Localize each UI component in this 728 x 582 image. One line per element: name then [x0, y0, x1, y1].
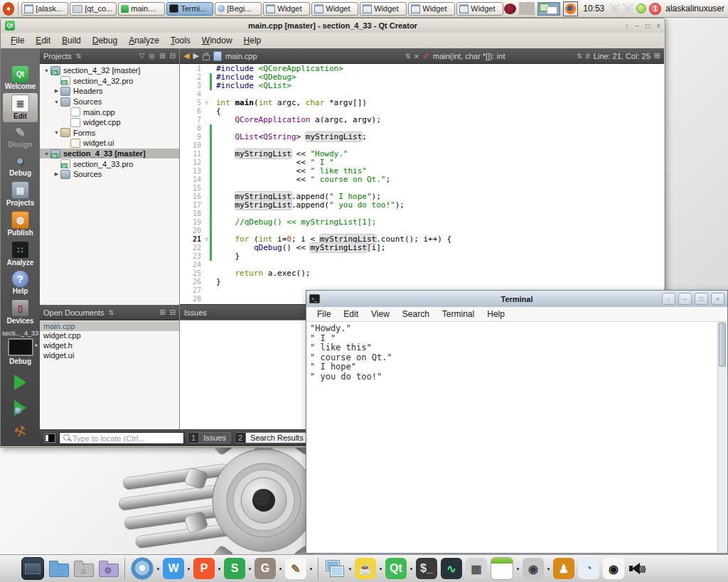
close-document-icon[interactable]: × — [414, 52, 419, 60]
pane-chooser-arrows-icon[interactable]: ⇅ — [109, 309, 114, 316]
output-pane-issues[interactable]: 1Issues — [188, 432, 231, 443]
open-document-item[interactable]: widget.cpp — [40, 331, 179, 341]
file-manager-icon[interactable] — [48, 558, 69, 579]
taskbar-button[interactable]: [alask... — [21, 2, 68, 16]
taskbar-button[interactable]: Termi... — [166, 2, 213, 16]
back-icon[interactable]: ◀ — [183, 51, 189, 60]
taskbar-button[interactable]: [qt_co... — [70, 2, 117, 16]
show-desktop-icon[interactable] — [21, 557, 44, 580]
taskbar-button[interactable]: Widget — [311, 2, 358, 16]
document-dropdown[interactable]: main.cpp ⇅ × — [225, 52, 419, 60]
collapsed-icon[interactable]: ▶ — [53, 88, 60, 94]
wps-writer-icon[interactable]: W — [163, 558, 184, 579]
tree-item[interactable]: ▼section_4_33 [master] — [40, 149, 179, 159]
close-panel-icon[interactable]: ⊟ — [170, 308, 176, 316]
mode-help[interactable]: Help — [3, 269, 38, 297]
taskbar-button[interactable]: Widget — [408, 2, 455, 16]
filter-icon[interactable]: ▽ — [139, 52, 145, 60]
robot-icon[interactable]: ◔ — [578, 558, 599, 579]
split-panel-icon[interactable]: ⊞ — [159, 52, 165, 60]
taskbar-button[interactable]: [Begi... — [215, 2, 262, 16]
maximize-icon[interactable]: □ — [646, 22, 650, 30]
chromium-icon[interactable] — [131, 557, 154, 580]
tree-item[interactable]: widget.ui — [40, 138, 179, 149]
symbol-dropdown[interactable]: ✐ main(int, char *[]): int ⇅ — [422, 51, 582, 61]
terminal-output[interactable]: "Howdy."" I "" like this"" course on Qt.… — [307, 322, 718, 552]
mode-devices[interactable]: Devices — [3, 298, 38, 327]
mode-projects[interactable]: Projects — [3, 180, 38, 209]
chess-icon[interactable]: ♟ — [553, 558, 574, 579]
expanded-icon[interactable]: ▼ — [53, 130, 60, 135]
mode-edit[interactable]: Edit — [3, 93, 38, 122]
tree-item[interactable]: section_4_32.pro — [40, 76, 179, 87]
mode-welcome[interactable]: Welcome — [3, 65, 38, 92]
tree-item[interactable]: ▼Sources — [40, 97, 179, 107]
tree-item[interactable]: ▶Headers — [40, 86, 179, 97]
system-folder-icon[interactable]: ⚙ — [97, 558, 119, 579]
scrollbar-thumb[interactable] — [719, 323, 726, 367]
close-icon[interactable]: × — [711, 293, 724, 305]
menu-tools[interactable]: Tools — [165, 34, 196, 47]
output-pane-search-results[interactable]: 2Search Results — [235, 432, 309, 443]
notification-badge[interactable]: 1 — [649, 3, 661, 15]
taskbar-button[interactable]: Widget — [360, 2, 407, 16]
gimp-icon[interactable]: G — [255, 558, 276, 579]
terminal-menu-terminal[interactable]: Terminal — [436, 309, 481, 319]
terminal-menu-search[interactable]: Search — [396, 309, 436, 319]
menu-edit[interactable]: Edit — [30, 34, 56, 47]
menu-debug[interactable]: Debug — [87, 34, 123, 47]
minimize-icon[interactable]: − — [635, 22, 639, 30]
camera-icon[interactable]: ◉ — [523, 558, 544, 579]
menu-window[interactable]: Window — [196, 34, 238, 47]
minimize-icon[interactable]: − — [678, 293, 692, 305]
home-folder-icon[interactable]: ⌂ — [73, 558, 94, 579]
tray-app-icon[interactable] — [504, 4, 516, 14]
distro-logo-icon[interactable] — [3, 2, 14, 16]
expanded-icon[interactable]: ▼ — [43, 151, 50, 156]
debug-run-button[interactable] — [14, 400, 26, 416]
wps-spreadsheet-icon[interactable]: S — [224, 558, 245, 579]
split-panel-icon[interactable]: ⊞ — [159, 308, 165, 316]
username-label[interactable]: alaskalinuxuser — [665, 4, 724, 14]
open-document-item[interactable]: widget.ui — [40, 350, 179, 360]
tree-item[interactable]: section_4_33.pro — [40, 158, 179, 169]
tree-item[interactable]: ▶Sources — [40, 169, 179, 180]
shade-icon[interactable]: ↑ — [662, 293, 675, 305]
sync-with-editor-icon[interactable]: ◎ — [149, 52, 155, 60]
sidebar-toggle-icon[interactable] — [44, 433, 55, 443]
close-panel-icon[interactable]: ⊟ — [170, 52, 176, 60]
fold-marker-icon[interactable]: ▽ — [203, 235, 210, 244]
terminal-menu-edit[interactable]: Edit — [337, 309, 365, 319]
firefox-tray-icon[interactable] — [563, 1, 578, 16]
menu-build[interactable]: Build — [56, 34, 87, 47]
projects-pane-selector[interactable]: Projects — [43, 52, 72, 60]
clock[interactable]: 10:53 — [583, 4, 604, 14]
webcam-icon[interactable]: ◉ — [603, 558, 624, 579]
run-button[interactable] — [14, 374, 26, 390]
taskbar-button[interactable]: main.... — [118, 2, 165, 16]
qtcreator-titlebar[interactable]: Qt main.cpp [master] - section_4_33 - Qt… — [1, 18, 665, 33]
pane-chooser-arrows-icon[interactable]: ⇅ — [76, 53, 82, 60]
terminal-emulator-icon[interactable]: $_ — [416, 558, 437, 579]
window-switcher-icon[interactable] — [324, 558, 346, 579]
open-document-item[interactable]: main.cpp — [40, 321, 179, 331]
close-icon[interactable]: × — [656, 22, 660, 30]
terminal-menu-file[interactable]: File — [311, 309, 337, 319]
forward-icon[interactable]: ▶ — [193, 51, 198, 60]
taskbar-button[interactable]: Widget — [456, 2, 503, 16]
mode-debug[interactable]: Debug — [3, 151, 38, 179]
wps-presentation-icon[interactable]: P — [193, 558, 215, 579]
expanded-icon[interactable]: ▼ — [43, 68, 50, 73]
shade-icon[interactable]: ↑ — [625, 22, 628, 30]
fold-marker-icon[interactable]: ▽ — [203, 99, 210, 107]
tree-item[interactable]: main.cpp — [40, 107, 179, 117]
code-area[interactable]: 1#include <QCoreApplication>2#include <Q… — [180, 64, 664, 304]
calculator-icon[interactable]: ▦ — [466, 558, 487, 579]
workspace-pager[interactable] — [537, 2, 560, 16]
volume-icon[interactable]: ))) — [628, 558, 649, 579]
build-hammer-button[interactable]: ⚒ — [12, 422, 29, 441]
mode-analyze[interactable]: Analyze — [3, 239, 38, 269]
expanded-icon[interactable]: ▼ — [53, 99, 60, 104]
terminal-menu-help[interactable]: Help — [481, 309, 511, 319]
open-documents-pane-selector[interactable]: Open Documents — [43, 308, 105, 317]
